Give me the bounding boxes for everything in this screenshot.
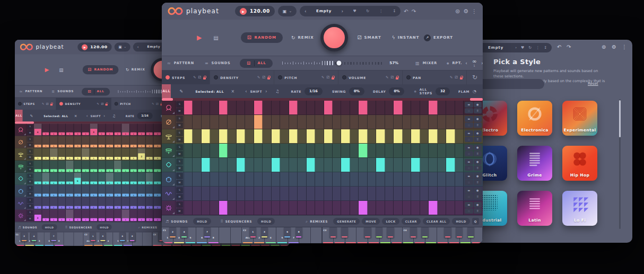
shift-left-icon[interactable]: ‹ [86,113,88,118]
rate-value[interactable]: 1/16 [304,87,323,95]
step-cell[interactable] [341,129,350,143]
step-cell[interactable] [210,172,219,186]
lock-icon[interactable] [50,102,53,105]
step-cell[interactable]: 1 [34,136,42,148]
step-cell[interactable] [455,187,464,200]
pencil-icon[interactable]: ✎ [257,75,260,79]
settings-gear-icon[interactable]: ⚙ [612,44,616,50]
step-cell[interactable]: 1 [34,197,42,209]
download-icon[interactable]: ↧ [393,9,396,13]
step-cell[interactable]: 2 [138,148,146,160]
step-cell[interactable]: 1 [106,173,114,184]
step-cell[interactable]: 1 [66,210,74,222]
step-cell[interactable] [455,129,464,143]
row-dice-icon[interactable]: ⠿ [474,137,482,143]
step-cell[interactable]: 1 [154,185,162,197]
step-cell[interactable] [333,158,341,172]
mute-button[interactable]: M [176,151,183,157]
step-cell[interactable]: 1 [146,136,154,148]
step-cell[interactable] [237,115,245,129]
step-cell[interactable] [420,158,429,172]
black-key[interactable]: 6 [284,227,291,238]
step-cell[interactable] [280,144,289,157]
row-dice-icon[interactable]: ⠿ [474,165,482,171]
all-filter-button[interactable]: ⚄ALL [240,59,272,68]
step-cell[interactable]: 1 [82,173,90,184]
step-cell[interactable] [307,129,315,143]
step-cell[interactable]: 1 [146,197,154,209]
step-cell[interactable]: 1 [114,136,122,148]
step-cell[interactable] [368,201,376,215]
lock-icon[interactable] [106,102,108,105]
black-key[interactable]: 3 [100,232,106,241]
step-cell[interactable] [420,144,429,157]
step-cell[interactable] [184,129,193,143]
step-cell[interactable]: 1 [42,148,50,160]
step-cell[interactable]: 1 [122,185,130,197]
step-cell[interactable] [385,187,394,200]
step-cell[interactable]: 1 [90,210,98,222]
complexity-slider[interactable] [282,59,382,67]
remix-clear-button[interactable]: CLEAR [402,218,421,225]
step-cell[interactable]: 1 [74,185,82,197]
step-cell[interactable] [403,101,411,114]
step-cell[interactable] [394,158,402,172]
step-cell[interactable]: 1 [114,185,122,197]
step-cell[interactable]: 1 [58,173,66,184]
swing-value[interactable]: 0% [349,87,364,95]
tab-steps[interactable]: STEPS✎⚂ [162,70,210,84]
step-cell[interactable] [333,144,341,157]
row-substeps-icon[interactable]: ∷ [465,108,473,114]
step-cell[interactable] [219,201,228,215]
row-dice-icon[interactable]: ⠿ [474,180,482,185]
step-cell[interactable] [350,101,359,114]
mute-button[interactable]: M [176,108,183,114]
step-cell[interactable] [411,201,420,215]
step-cell[interactable] [420,172,429,186]
step-cell[interactable] [228,144,236,157]
step-cell[interactable] [455,201,464,215]
white-key[interactable] [311,227,323,243]
step-cell[interactable]: 1 [66,124,74,136]
step-cell[interactable] [193,129,201,143]
black-key[interactable]: 1 [90,232,95,241]
step-cell[interactable]: 1 [138,161,146,172]
white-key[interactable] [64,232,74,246]
step-cell[interactable] [420,101,429,114]
preset-menu-icon[interactable]: ⋮ [536,46,539,50]
row-substeps-icon[interactable]: ∷ [465,122,473,128]
cycle-icon[interactable]: ↻ [467,70,483,84]
step-cell[interactable] [341,101,350,114]
step-cell[interactable]: 1 [66,197,74,209]
step-cell[interactable]: 1 [122,124,130,136]
step-cell[interactable] [385,129,394,143]
step-cell[interactable]: 1 [82,136,90,148]
step-cell[interactable] [298,201,306,215]
step-cell[interactable] [315,201,324,215]
step-cell[interactable] [254,101,263,114]
step-cell[interactable]: 1 [154,197,162,209]
row-substeps-icon[interactable]: ∷ [465,208,473,214]
step-cell[interactable]: 1 [98,173,106,184]
pencil-icon[interactable]: ✎ [450,75,452,79]
reload-icon[interactable]: ↻ [366,9,369,13]
step-cell[interactable] [307,201,315,215]
step-cell[interactable] [237,187,245,200]
instrument-bass-icon[interactable] [162,187,176,200]
step-cell[interactable] [368,115,376,129]
preset-prev-icon[interactable]: ‹ [304,9,306,14]
step-cell[interactable]: 1 [82,197,90,209]
white-key[interactable] [74,232,84,246]
step-cell[interactable] [280,172,289,186]
step-cell[interactable] [359,201,367,215]
step-cell[interactable]: 1 [90,185,98,197]
step-cell[interactable] [438,172,446,186]
random-button[interactable]: ⚄RANDOM [82,65,118,74]
step-cell[interactable]: 1 [154,124,162,136]
black-key[interactable] [467,227,474,238]
solo-button[interactable]: S [27,185,33,191]
step-cell[interactable] [324,129,333,143]
step-cell[interactable] [359,187,367,200]
row-slider-icon[interactable]: ▬ [465,145,473,151]
black-key[interactable] [444,227,451,238]
